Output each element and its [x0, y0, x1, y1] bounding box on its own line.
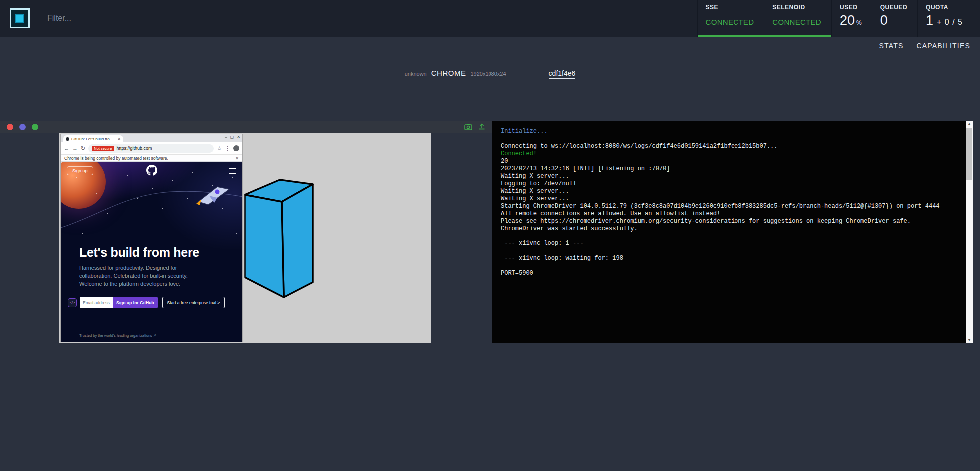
scrollbar-thumb[interactable] — [966, 128, 972, 180]
email-input[interactable]: Email address — [80, 297, 113, 308]
cube-drawing — [243, 179, 318, 303]
header: SSE CONNECTED SELENOID CONNECTED USED 20… — [0, 0, 980, 37]
used-unit: % — [856, 19, 862, 26]
github-signup-button[interactable]: Sign up — [67, 166, 93, 175]
upload-icon[interactable] — [478, 123, 485, 130]
status-label: SELENOID — [772, 4, 821, 11]
close-icon[interactable]: ✕ — [237, 135, 240, 139]
hamburger-icon[interactable] — [229, 168, 236, 175]
used-value: 20 — [840, 13, 855, 28]
status-queued: QUEUED 0 — [872, 0, 917, 37]
status-selenoid: SELENOID CONNECTED — [764, 0, 831, 37]
logo — [10, 8, 30, 28]
tab-stats[interactable]: STATS — [879, 42, 903, 50]
status-label: QUEUED — [880, 4, 907, 11]
log-line: Connected! — [501, 150, 961, 158]
log-line: Please see https://chromedriver.chromium… — [501, 218, 961, 225]
favicon-icon — [66, 137, 69, 141]
session-row: unknown CHROME 1920x1080x24 cdf1f4e6 — [0, 69, 980, 79]
tab-title: GitHub: Let's build from here — [71, 137, 115, 141]
back-icon[interactable]: ← — [64, 145, 69, 151]
code-chip-icon: </> — [68, 298, 77, 307]
window-controls: – ▢ ✕ — [225, 135, 240, 139]
log-line: Starting ChromeDriver 104.0.5112.79 (3cf… — [501, 203, 961, 210]
session-log: Initialize... Connecting to ws://localho… — [492, 121, 966, 343]
log-scrollbar[interactable]: ▲ ▼ — [966, 121, 973, 343]
close-tab-icon[interactable]: ✕ — [117, 137, 121, 141]
github-logo-icon — [146, 165, 157, 176]
profile-avatar[interactable] — [233, 145, 239, 151]
minimize-icon[interactable]: – — [225, 135, 227, 139]
log-line: --- x11vnc loop: waiting for: 198 — [501, 255, 961, 262]
session-browser: CHROME — [431, 69, 466, 77]
log-line: --- x11vnc loop: 1 --- — [501, 240, 961, 247]
address-bar[interactable]: Not secure https://github.com — [88, 144, 214, 153]
hero-heading: Let's build from here — [79, 245, 199, 260]
log-line: 20 — [501, 158, 961, 165]
remote-browser-window: GitHub: Let's build from here ✕ – ▢ ✕ ← … — [60, 134, 243, 342]
log-line: Waiting X server... — [501, 195, 961, 203]
connected-underline — [698, 35, 764, 37]
log-line: All remote connections are allowed. Use … — [501, 210, 961, 218]
status-label: USED — [840, 4, 862, 11]
status-label: SSE — [706, 4, 754, 11]
close-button[interactable] — [7, 124, 13, 130]
log-line — [501, 135, 961, 143]
connected-underline — [764, 35, 831, 37]
restore-icon[interactable]: ▢ — [230, 135, 234, 139]
browser-tabstrip: GitHub: Let's build from here ✕ – ▢ ✕ — [61, 134, 242, 142]
log-line: Initialize... — [501, 128, 961, 135]
tab-capabilities[interactable]: CAPABILITIES — [916, 42, 970, 50]
maximize-button[interactable] — [32, 124, 38, 130]
url-text: https://github.com — [117, 146, 152, 151]
automation-infobar: Chrome is being controlled by automated … — [61, 155, 242, 162]
logo-icon — [15, 14, 24, 23]
camera-icon[interactable] — [464, 123, 472, 130]
log-line — [501, 262, 961, 270]
github-page: Sign up Let's build from here Harnessed … — [61, 162, 242, 342]
log-line: Logging to: /dev/null — [501, 180, 961, 188]
log-line: Connecting to ws://localhost:8080/ws/log… — [501, 143, 961, 150]
scroll-down-icon[interactable]: ▼ — [966, 337, 973, 343]
queued-value: 0 — [880, 13, 888, 28]
enterprise-trial-button[interactable]: Start a free enterprise trial > — [162, 297, 225, 308]
log-line: Waiting X server... — [501, 188, 961, 195]
log-line: 2023/02/13 14:32:16 [INIT] [Listening on… — [501, 165, 961, 173]
quota-extra: + 0 / 5 — [937, 18, 963, 27]
filter-input[interactable] — [47, 11, 207, 26]
status-label: QUOTA — [926, 4, 963, 11]
infobar-text: Chrome is being controlled by automated … — [64, 156, 168, 161]
vnc-screen[interactable]: GitHub: Let's build from here ✕ – ▢ ✕ ← … — [59, 133, 431, 343]
session-id-link[interactable]: cdf1f4e6 — [549, 69, 576, 79]
trusted-note: Trusted by the world's leading organizat… — [79, 333, 156, 338]
spaceship-illustration — [194, 183, 233, 209]
minimize-button[interactable] — [19, 124, 26, 130]
hero-subtext: Harnessed for productivity. Designed for… — [79, 264, 208, 288]
log-line: PORT=5900 — [501, 270, 961, 277]
not-secure-badge: Not secure — [92, 146, 114, 151]
quota-value: 1 — [926, 13, 933, 28]
status-quota: QUOTA 1 + 0 / 5 — [917, 0, 973, 37]
status-used: USED 20 % — [831, 0, 872, 37]
status-sse: SSE CONNECTED — [697, 0, 764, 37]
view-tabs: STATS CAPABILITIES — [879, 42, 970, 50]
session-quota: unknown — [405, 71, 427, 77]
vnc-panel: GitHub: Let's build from here ✕ – ▢ ✕ ← … — [0, 121, 492, 343]
log-line: Waiting X server... — [501, 173, 961, 180]
bookmark-star-icon[interactable]: ☆ — [217, 145, 222, 152]
status-panel: SSE CONNECTED SELENOID CONNECTED USED 20… — [697, 0, 973, 37]
log-line — [501, 233, 961, 240]
status-value: CONNECTED — [706, 18, 754, 26]
infobar-close-icon[interactable]: ✕ — [235, 156, 239, 161]
menu-kebab-icon[interactable]: ⋮ — [225, 145, 230, 152]
forward-icon[interactable]: → — [72, 145, 78, 151]
session-resolution: 1920x1080x24 — [470, 71, 506, 77]
signup-for-github-button[interactable]: Sign up for GitHub — [113, 297, 158, 308]
status-value: CONNECTED — [772, 18, 821, 26]
cta-row: </> Email address Sign up for GitHub Sta… — [68, 297, 225, 308]
reload-icon[interactable]: ↻ — [81, 145, 85, 152]
browser-tab[interactable]: GitHub: Let's build from here ✕ — [63, 135, 123, 142]
vnc-titlebar — [0, 121, 492, 133]
scroll-up-icon[interactable]: ▲ — [966, 121, 973, 127]
browser-toolbar: ← → ↻ Not secure https://github.com ☆ ⋮ — [61, 142, 242, 155]
